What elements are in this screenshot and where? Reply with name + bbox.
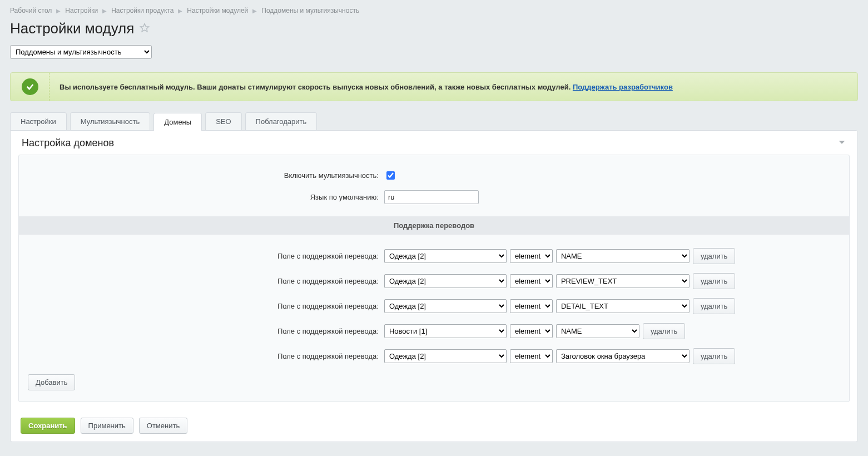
save-button[interactable]: Сохранить (21, 418, 75, 434)
field-name-select[interactable]: PREVIEW_TEXT (556, 274, 690, 288)
breadcrumb-sep-icon: ▶ (56, 8, 61, 14)
translation-field-label: Поле с поддержкой перевода: (19, 352, 384, 360)
translation-row: Поле с поддержкой перевода:Одежда [2]ele… (19, 244, 849, 269)
info-banner: Вы используете бесплатный модуль. Ваши д… (10, 72, 858, 101)
tab-domains[interactable]: Домены (153, 113, 202, 131)
breadcrumb-item[interactable]: Поддомены и мультиязычность (261, 7, 359, 14)
default-lang-input[interactable] (384, 190, 479, 204)
iblock-select[interactable]: Одежда [2] (384, 249, 507, 263)
apply-button[interactable]: Применить (81, 418, 133, 434)
success-check-icon (11, 73, 49, 101)
iblock-select[interactable]: Одежда [2] (384, 349, 507, 363)
favorite-star-icon[interactable] (140, 23, 150, 34)
default-lang-label: Язык по умолчанию: (19, 193, 384, 201)
panel-title: Настройка доменов (22, 137, 114, 149)
translation-row: Поле с поддержкой перевода:Новости [1]el… (19, 319, 849, 344)
delete-row-button[interactable]: удалить (693, 273, 735, 289)
breadcrumb-item[interactable]: Настройки (65, 7, 98, 14)
entity-type-select[interactable]: element (510, 274, 553, 288)
breadcrumb-item[interactable]: Рабочий стол (10, 7, 52, 14)
field-name-select[interactable]: DETAIL_TEXT (556, 299, 690, 313)
enable-multilang-checkbox[interactable] (386, 171, 395, 180)
field-name-select[interactable]: NAME (556, 249, 690, 263)
svg-marker-1 (839, 141, 845, 143)
breadcrumb-sep-icon: ▶ (102, 8, 107, 14)
svg-marker-0 (141, 24, 149, 32)
entity-type-select[interactable]: element (510, 249, 553, 263)
translation-field-label: Поле с поддержкой перевода: (19, 277, 384, 285)
add-button[interactable]: Добавить (28, 374, 75, 390)
breadcrumb-item[interactable]: Настройки модулей (187, 7, 248, 14)
tab-thanks[interactable]: Поблагодарить (245, 112, 318, 130)
iblock-select[interactable]: Одежда [2] (384, 299, 507, 313)
translation-field-label: Поле с поддержкой перевода: (19, 327, 384, 335)
iblock-select[interactable]: Новости [1] (384, 324, 507, 338)
tabs: НастройкиМультиязычностьДоменыSEOПоблаго… (10, 112, 858, 130)
breadcrumb: Рабочий стол▶Настройки▶Настройки продукт… (10, 6, 858, 18)
translation-section-heading: Поддержка переводов (19, 216, 849, 235)
delete-row-button[interactable]: удалить (693, 348, 735, 364)
breadcrumb-item[interactable]: Настройки продукта (111, 7, 173, 14)
entity-type-select[interactable]: element (510, 299, 553, 313)
collapse-icon[interactable] (837, 138, 846, 148)
enable-multilang-label: Включить мультиязычность: (19, 171, 384, 180)
delete-row-button[interactable]: удалить (693, 298, 735, 314)
entity-type-select[interactable]: element (510, 324, 553, 338)
translation-row: Поле с поддержкой перевода:Одежда [2]ele… (19, 294, 849, 319)
page-title: Настройки модуля (10, 20, 134, 37)
translation-field-label: Поле с поддержкой перевода: (19, 302, 384, 310)
entity-type-select[interactable]: element (510, 349, 553, 363)
panel: Настройка доменов Включить мультиязычнос… (10, 130, 858, 442)
info-banner-text: Вы используете бесплатный модуль. Ваши д… (59, 83, 573, 91)
translation-row: Поле с поддержкой перевода:Одежда [2]ele… (19, 344, 849, 369)
iblock-select[interactable]: Одежда [2] (384, 274, 507, 288)
translation-field-label: Поле с поддержкой перевода: (19, 252, 384, 260)
cancel-button[interactable]: Отменить (139, 418, 187, 434)
field-name-select[interactable]: NAME (556, 324, 639, 338)
delete-row-button[interactable]: удалить (693, 248, 735, 264)
tab-settings[interactable]: Настройки (10, 112, 67, 130)
tab-multilang[interactable]: Мультиязычность (70, 112, 151, 130)
breadcrumb-sep-icon: ▶ (178, 8, 182, 14)
tab-seo[interactable]: SEO (205, 112, 241, 130)
translation-row: Поле с поддержкой перевода:Одежда [2]ele… (19, 269, 849, 294)
donate-link[interactable]: Поддержать разработчиков (573, 83, 673, 91)
breadcrumb-sep-icon: ▶ (252, 8, 257, 14)
field-name-select[interactable]: Заголовок окна браузера (556, 349, 690, 363)
delete-row-button[interactable]: удалить (643, 323, 685, 339)
module-select[interactable]: Поддомены и мультиязычность (10, 45, 152, 59)
